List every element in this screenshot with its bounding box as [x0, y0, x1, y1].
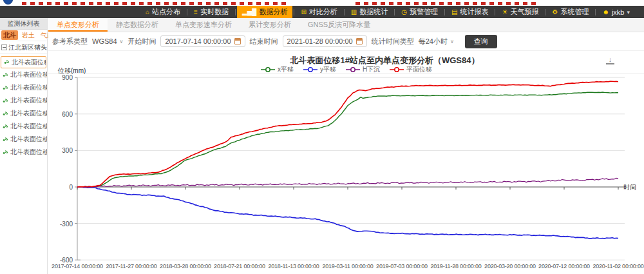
- tab-deformation-rate[interactable]: 单点变形速率分析: [167, 18, 240, 32]
- x-axis-label: 2019-07-03 00:00:00: [376, 263, 428, 269]
- y-axis-label: -300: [60, 220, 73, 227]
- x-axis-label: 2017-11-27 00:00:00: [106, 263, 156, 269]
- station-label: 北斗表面位移6#: [10, 122, 47, 131]
- nav-item-compare-analysis[interactable]: ⊞ 对比分析: [296, 6, 342, 18]
- station-label: 北斗表面位移3#: [10, 83, 47, 92]
- query-button[interactable]: 查询: [465, 35, 497, 48]
- nav-divider: [235, 9, 236, 15]
- app-root: ⌂ 站点分布 ≡ 实时数据 ▂▅█ 数据分析 ⊞ 对比分析 ▥ 数据统计 ◷ 预…: [0, 0, 644, 274]
- sidebar-tab-beidou[interactable]: 北斗: [1, 30, 18, 40]
- analysis-tabs: 单点变形分析 静态数据分析 单点变形速率分析 累计变形分析 GNSS反演可降水量: [48, 18, 644, 32]
- sidebar-item-station-7[interactable]: 北斗表面位移7#: [0, 133, 47, 146]
- nav-label: 系统管理: [560, 7, 589, 17]
- tab-static-data-analysis[interactable]: 静态数据分析: [108, 18, 167, 32]
- sidebar-item-station-5[interactable]: 北斗表面位移5#: [0, 107, 47, 120]
- filter-bar: 参考系类型 WGS84 ∨ 开始时间 2017-07-14 00:00:00 结…: [48, 32, 644, 51]
- satellite-icon: [2, 136, 9, 143]
- x-axis-label: 2019-11-28 00:00:00: [430, 263, 481, 269]
- station-label: 北斗表面位移2#: [10, 70, 47, 79]
- ref-type-select[interactable]: WGS84 ∨: [92, 37, 123, 45]
- satellite-icon: [2, 123, 9, 130]
- sun-icon: ☀: [502, 9, 507, 15]
- tree-root-label: 江北新区猪头山...: [8, 43, 47, 52]
- satellite-icon: [2, 97, 9, 104]
- y-axis-label: 900: [62, 74, 73, 81]
- stat-interval-value: 每24小时: [419, 37, 448, 46]
- sidebar-tab-geotech[interactable]: 岩土: [20, 30, 37, 40]
- nav-item-data-statistics[interactable]: ▥ 数据统计: [346, 6, 393, 18]
- start-time-label: 开始时间: [128, 37, 156, 46]
- series-line-y平移: [77, 187, 618, 239]
- end-time-input[interactable]: 2021-01-28 00:00:00: [283, 35, 367, 47]
- station-label: 北斗表面位移8#: [10, 148, 47, 157]
- nav-item-realtime-data[interactable]: ≡ 实时数据: [189, 6, 234, 18]
- statistics-icon: ▥: [351, 9, 357, 15]
- nav-item-statistical-reports[interactable]: ▤ 统计报表: [446, 6, 493, 18]
- station-label: 北斗表面位移4#: [10, 96, 47, 105]
- bar-chart-icon: ▂▅█: [242, 9, 256, 15]
- start-time-value: 2017-07-14 00:00:00: [165, 37, 231, 45]
- gear-icon: ⚙: [552, 9, 558, 15]
- nav-divider: [187, 9, 187, 15]
- nav-label: 统计报表: [460, 7, 488, 17]
- stat-interval-select[interactable]: 每24小时 ∨: [419, 37, 454, 46]
- end-time-value: 2021-01-28 00:00:00: [287, 37, 353, 45]
- station-label: 北斗表面位移5#: [10, 109, 47, 118]
- nav-divider: [545, 9, 545, 15]
- compare-icon: ⊞: [301, 9, 306, 15]
- tab-cumulative-deformation[interactable]: 累计变形分析: [240, 18, 299, 32]
- nav-divider: [294, 9, 294, 15]
- site-logo: [3, 0, 13, 5]
- database-icon: ≡: [194, 9, 198, 15]
- user-menu[interactable]: ☻ jxkb ▾: [597, 6, 635, 18]
- nav-item-site-distribution[interactable]: ⌂ 站点分布: [140, 6, 185, 18]
- nav-divider: [595, 9, 596, 15]
- alarm-icon: ◷: [401, 9, 407, 15]
- main-panel: 单点变形分析 静态数据分析 单点变形速率分析 累计变形分析 GNSS反演可降水量…: [48, 18, 644, 274]
- sidebar-item-station-6[interactable]: 北斗表面位移6#: [0, 120, 47, 133]
- collapse-icon[interactable]: [1, 44, 7, 50]
- chevron-down-icon: ∨: [450, 39, 454, 44]
- station-list: 北斗表面位移1#北斗表面位移2#北斗表面位移3#北斗表面位移4#北斗表面位移5#…: [0, 54, 47, 159]
- end-time-label: 结束时间: [250, 37, 278, 46]
- nav-label: 数据分析: [259, 7, 287, 17]
- chevron-down-icon: ∨: [120, 39, 124, 44]
- tab-single-point-deformation[interactable]: 单点变形分析: [48, 18, 108, 32]
- sidebar-item-station-3[interactable]: 北斗表面位移3#: [0, 81, 47, 94]
- x-axis-label: 2020-03-20 00:00:00: [484, 263, 536, 269]
- nav-divider: [394, 9, 395, 15]
- satellite-icon: [2, 149, 9, 156]
- series-line-H下沉: [77, 178, 618, 187]
- nav-item-system-management[interactable]: ⚙ 系统管理: [547, 6, 594, 18]
- calendar-icon[interactable]: [356, 38, 363, 44]
- nav-divider: [495, 9, 495, 15]
- calendar-icon[interactable]: [234, 38, 241, 44]
- y-axis-label: 0: [69, 184, 73, 191]
- sidebar-item-station-8[interactable]: 北斗表面位移8#: [0, 146, 47, 159]
- start-time-input[interactable]: 2017-07-14 00:00:00: [160, 35, 245, 47]
- station-label: 北斗表面位移1#: [12, 58, 46, 67]
- ref-type-label: 参考系类型: [52, 37, 88, 46]
- nav-label: 对比分析: [309, 7, 337, 17]
- sidebar-item-station-4[interactable]: 北斗表面位移4#: [0, 94, 47, 107]
- satellite-icon: [2, 110, 9, 117]
- chart-plot: [48, 52, 644, 274]
- page-banner-clipped: [0, 0, 644, 6]
- clipped-title-text: [355, 2, 539, 5]
- sidebar-item-station-2[interactable]: 北斗表面位移2#: [0, 68, 47, 81]
- nav-item-weather-forecast[interactable]: ☀ 天气预报: [497, 6, 544, 18]
- top-navbar: ⌂ 站点分布 ≡ 实时数据 ▂▅█ 数据分析 ⊞ 对比分析 ▥ 数据统计 ◷ 预…: [0, 6, 644, 18]
- nav-item-data-analysis[interactable]: ▂▅█ 数据分析: [237, 6, 292, 18]
- chevron-down-icon: ▾: [627, 9, 630, 15]
- sidebar-item-station-1[interactable]: 北斗表面位移1#: [1, 56, 46, 68]
- nav-label: 实时数据: [200, 7, 229, 17]
- nav-item-warning-management[interactable]: ◷ 预警管理: [396, 6, 443, 18]
- y-axis-label: 300: [62, 147, 73, 154]
- x-axis-label: 2018-03-28 00:00:00: [160, 263, 211, 269]
- tree-root-node[interactable]: 江北新区猪头山...: [0, 41, 47, 54]
- tab-gnss-precipitable-water[interactable]: GNSS反演可降水量: [299, 18, 379, 32]
- x-axis-label: 2019-03-11 00:00:00: [322, 263, 373, 269]
- sidebar-title: 监测体列表: [0, 18, 47, 30]
- username: jxkb: [612, 8, 625, 16]
- y-axis-label: 600: [62, 110, 73, 117]
